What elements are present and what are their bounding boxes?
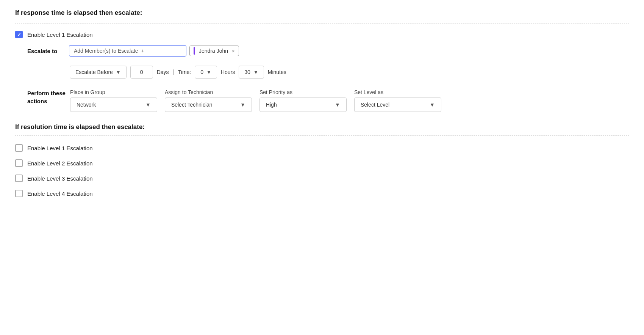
level1-checkbox-row: Enable Level 1 Escalation	[15, 31, 629, 38]
set-level-label: Set Level as	[354, 89, 441, 95]
place-in-group-label: Place in Group	[70, 89, 157, 95]
actions-header: Perform theseactions Place in Group Netw…	[27, 89, 629, 112]
escalate-type-dropdown[interactable]: Escalate Before ▼	[70, 66, 127, 79]
set-priority-value: High	[266, 102, 277, 108]
resolution-divider	[15, 135, 629, 136]
set-priority-dropdown[interactable]: High ▼	[259, 98, 347, 112]
resolution-level4-label: Enable Level 4 Escalation	[27, 190, 93, 197]
add-members-input[interactable]: Add Member(s) to Escalate +	[69, 45, 186, 57]
add-plus-icon: +	[141, 48, 144, 54]
set-priority-chevron-icon: ▼	[335, 102, 340, 108]
resolution-section: If resolution time is elapsed then escal…	[15, 123, 629, 197]
jendra-john-tag: Jendra John ×	[189, 46, 239, 56]
place-in-group-dropdown[interactable]: Network ▼	[70, 98, 157, 112]
set-level-value: Select Level	[361, 102, 389, 108]
days-label: Days	[157, 69, 169, 75]
resolution-level4-checkbox[interactable]	[15, 190, 23, 197]
resolution-level2-label: Enable Level 2 Escalation	[27, 160, 93, 167]
place-in-group-value: Network	[77, 102, 96, 108]
resolution-level1-label: Enable Level 1 Escalation	[27, 145, 93, 151]
minutes-label: Minutes	[268, 69, 286, 75]
assign-technician-dropdown[interactable]: Select Technician ▼	[165, 98, 252, 112]
set-level-dropdown[interactable]: Select Level ▼	[354, 98, 441, 112]
actions-columns: Place in Group Network ▼ Assign to Techn…	[70, 89, 441, 112]
set-priority-label: Set Priority as	[259, 89, 347, 95]
set-priority-col: Set Priority as High ▼	[259, 89, 347, 112]
minutes-chevron-icon: ▼	[253, 69, 258, 75]
hours-chevron-icon: ▼	[206, 69, 211, 75]
tag-name: Jendra John	[199, 48, 228, 54]
add-members-placeholder: Add Member(s) to Escalate	[74, 48, 138, 54]
actions-section: Perform theseactions Place in Group Netw…	[27, 89, 629, 112]
resolution-section-title: If resolution time is elapsed then escal…	[15, 123, 629, 131]
hours-dropdown[interactable]: 0 ▼	[195, 66, 217, 79]
place-in-group-chevron-icon: ▼	[145, 102, 151, 108]
timing-row: Escalate Before ▼ Days | Time: 0 ▼ Hours…	[70, 66, 629, 79]
pipe-separator: |	[173, 69, 174, 75]
resolution-level1-checkbox[interactable]	[15, 144, 23, 152]
place-in-group-col: Place in Group Network ▼	[70, 89, 157, 112]
hours-label: Hours	[221, 69, 235, 75]
resolution-level1-row: Enable Level 1 Escalation	[15, 144, 629, 152]
escalate-to-row: Escalate to Add Member(s) to Escalate + …	[27, 45, 629, 57]
hours-value: 0	[200, 69, 203, 75]
response-section-title: If response time is elapsed then escalat…	[15, 9, 629, 17]
response-divider	[15, 24, 629, 24]
minutes-value: 30	[244, 69, 250, 75]
days-input[interactable]	[130, 66, 153, 79]
set-level-col: Set Level as Select Level ▼	[354, 89, 441, 112]
minutes-dropdown[interactable]: 30 ▼	[239, 66, 264, 79]
assign-technician-col: Assign to Technician Select Technician ▼	[165, 89, 252, 112]
assign-technician-label: Assign to Technician	[165, 89, 252, 95]
actions-label: Perform theseactions	[27, 89, 70, 105]
resolution-level3-label: Enable Level 3 Escalation	[27, 175, 93, 182]
tag-close-icon[interactable]: ×	[232, 48, 235, 54]
escalate-type-chevron-icon: ▼	[116, 69, 121, 75]
assign-technician-value: Select Technician	[171, 102, 213, 108]
level1-label: Enable Level 1 Escalation	[27, 31, 93, 38]
tag-bar-icon	[194, 47, 195, 55]
assign-technician-chevron-icon: ▼	[240, 102, 245, 108]
resolution-checkbox-group: Enable Level 1 Escalation Enable Level 2…	[15, 144, 629, 197]
resolution-level3-checkbox[interactable]	[15, 175, 23, 182]
resolution-level2-checkbox[interactable]	[15, 159, 23, 167]
resolution-level4-row: Enable Level 4 Escalation	[15, 190, 629, 197]
escalate-type-value: Escalate Before	[75, 69, 113, 75]
escalate-to-label: Escalate to	[27, 48, 69, 54]
resolution-level2-row: Enable Level 2 Escalation	[15, 159, 629, 167]
resolution-level3-row: Enable Level 3 Escalation	[15, 175, 629, 182]
level1-checkbox[interactable]	[15, 31, 23, 38]
time-label: Time:	[178, 69, 191, 75]
set-level-chevron-icon: ▼	[430, 102, 435, 108]
